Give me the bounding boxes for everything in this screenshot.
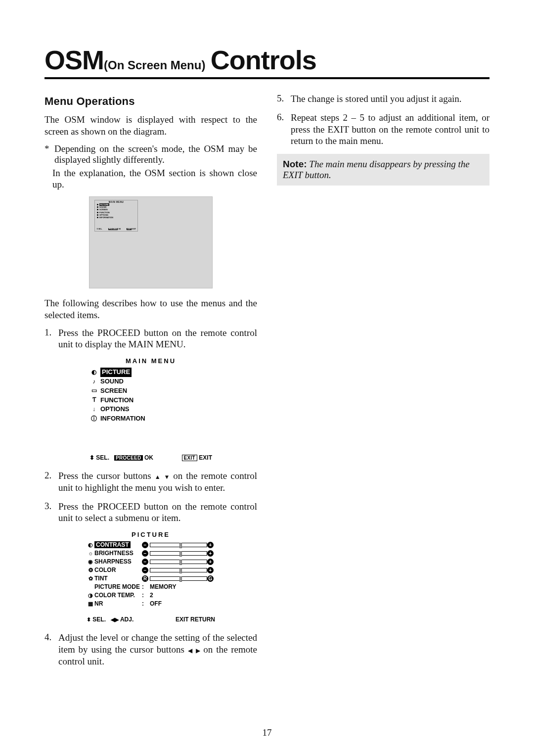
picture-row-label: TINT bbox=[94, 575, 142, 582]
picture-row-icon: ❂ bbox=[87, 567, 94, 573]
main-menu-diagram: MAIN MENU ◐PICTURE♪SOUND▭SCREENƬFUNCTION… bbox=[44, 357, 257, 461]
cap-g-icon: G bbox=[207, 575, 214, 582]
columns: Menu Operations The OSM window is displa… bbox=[44, 93, 490, 674]
picture-row-value: OFF bbox=[150, 600, 215, 607]
osm-picture-title: PICTURE bbox=[87, 531, 215, 538]
plus-icon: + bbox=[207, 542, 214, 548]
osm-mini-window: MAIN MENU PICTURESOUNDSCREENFUNCTIONOPTI… bbox=[94, 200, 138, 232]
plus-icon: + bbox=[207, 559, 214, 565]
slider-track bbox=[150, 576, 207, 581]
cap-r-icon: R bbox=[142, 575, 148, 582]
slider-thumb bbox=[179, 576, 182, 582]
step-6: 6.Repeat steps 2 – 5 to adjust an additi… bbox=[277, 112, 490, 147]
steps-list-2: 2. Press the cursor buttons ▲ ▼ on the r… bbox=[44, 470, 257, 524]
mini-item-icon bbox=[97, 214, 98, 216]
minus-icon: − bbox=[142, 559, 148, 565]
step-1: 1.Press the PROCEED button on the remote… bbox=[44, 327, 257, 351]
down-triangle-icon: ▼ bbox=[164, 474, 170, 480]
mini-proceed: PROCEED OK bbox=[108, 228, 121, 230]
page-number: 17 bbox=[0, 727, 534, 738]
steps-list: 1.Press the PROCEED button on the remote… bbox=[44, 327, 257, 351]
page: OSM(On Screen Menu) Controls Menu Operat… bbox=[0, 0, 534, 674]
left-triangle-icon: ◀ bbox=[188, 648, 192, 654]
picture-row-icon: ◑ bbox=[87, 592, 94, 599]
footnote-line: * Depending on the screen's mode, the OS… bbox=[44, 143, 257, 165]
osm-picture-menu: PICTURE ◐CONTRAST−+☼BRIGHTNESS−+◉SHARPNE… bbox=[87, 531, 215, 623]
plus-icon: + bbox=[207, 550, 214, 557]
menu-item-label: PICTURE bbox=[100, 368, 132, 377]
slider-thumb bbox=[179, 543, 182, 548]
slider-thumb bbox=[179, 568, 182, 573]
osm-main-menu: MAIN MENU ◐PICTURE♪SOUND▭SCREENƬFUNCTION… bbox=[89, 357, 212, 461]
mini-item-label: INFORMATION bbox=[99, 216, 113, 219]
slider-track bbox=[150, 568, 207, 572]
picture-row-label: SHARPNESS bbox=[94, 558, 142, 565]
picture-row-value: MEMORY bbox=[150, 583, 215, 590]
menu-item-icon: ⓘ bbox=[90, 415, 97, 423]
picture-row-icon: ✿ bbox=[87, 575, 94, 582]
footnote-followup: In the explanation, the OSM section is s… bbox=[52, 167, 257, 191]
colon: : bbox=[142, 600, 150, 607]
osm-mini-footer: ⇕ SEL. PROCEED OK EXIT EXIT bbox=[96, 228, 136, 230]
slider-track bbox=[150, 543, 207, 547]
picture-row-icon: ☼ bbox=[87, 550, 94, 556]
step-4: 4. Adjust the level or change the settin… bbox=[44, 632, 257, 667]
minus-icon: − bbox=[142, 542, 148, 548]
osm-mini-item: INFORMATION bbox=[95, 216, 137, 219]
osm-main-item: ♪SOUND bbox=[90, 377, 212, 386]
picture-row-icon: ▦ bbox=[87, 601, 94, 607]
footer-exit: EXIT EXIT bbox=[182, 454, 212, 461]
slider-track bbox=[150, 560, 207, 564]
colon: : bbox=[142, 583, 150, 590]
title-big-1: OSM bbox=[44, 45, 104, 75]
tv-screen: MAIN MENU PICTURESOUNDSCREENFUNCTIONOPTI… bbox=[89, 196, 213, 288]
footer-sel: ⬍ SEL. bbox=[89, 454, 109, 461]
osm-main-item: ƬFUNCTION bbox=[90, 396, 212, 405]
mini-item-icon bbox=[97, 212, 98, 213]
footer-adj: ◀▶ ADJ. bbox=[111, 616, 134, 623]
picture-row-label: COLOR bbox=[94, 567, 142, 573]
after-diagram: The following describes how to use the m… bbox=[44, 297, 257, 321]
footer-sel: ⬍ SEL. bbox=[87, 616, 106, 623]
slider-track bbox=[150, 551, 207, 556]
picture-menu-diagram: PICTURE ◐CONTRAST−+☼BRIGHTNESS−+◉SHARPNE… bbox=[44, 531, 257, 623]
picture-row-label: COLOR TEMP. bbox=[94, 592, 142, 599]
menu-item-label: SOUND bbox=[100, 377, 124, 386]
steps-list-3: 4. Adjust the level or change the settin… bbox=[44, 632, 257, 667]
picture-row-value: 2 bbox=[150, 592, 215, 599]
mini-sel: ⇕ SEL. bbox=[96, 228, 102, 230]
colon: : bbox=[142, 592, 150, 599]
step-2: 2. Press the cursor buttons ▲ ▼ on the r… bbox=[44, 470, 257, 494]
picture-row-label: CONTRAST bbox=[94, 541, 142, 548]
up-triangle-icon: ▲ bbox=[155, 474, 161, 480]
step-5: 5.The change is stored until you adjust … bbox=[277, 93, 490, 105]
picture-row-label: NR bbox=[94, 600, 142, 607]
title-sub: (On Screen Menu) bbox=[104, 58, 205, 72]
intro-paragraph: The OSM window is displayed with respect… bbox=[44, 114, 257, 138]
menu-item-label: INFORMATION bbox=[100, 414, 145, 424]
osm-main-item: ◐PICTURE bbox=[90, 368, 212, 377]
menu-item-label: OPTIONS bbox=[100, 405, 130, 414]
steps-list-right: 5.The change is stored until you adjust … bbox=[277, 93, 490, 147]
mini-item-icon bbox=[97, 206, 98, 208]
section-heading: Menu Operations bbox=[44, 95, 257, 108]
mini-item-icon bbox=[97, 204, 98, 205]
footer-proceed: PROCEED OK bbox=[114, 454, 153, 461]
osm-main-item: ↓OPTIONS bbox=[90, 405, 212, 414]
mini-item-icon bbox=[97, 209, 98, 210]
mini-item-icon bbox=[97, 217, 98, 218]
menu-item-icon: ♪ bbox=[90, 378, 97, 386]
menu-item-label: SCREEN bbox=[100, 386, 127, 396]
osm-main-footer: ⬍ SEL. PROCEED OK EXIT EXIT bbox=[89, 454, 212, 461]
osm-main-title: MAIN MENU bbox=[89, 357, 212, 365]
menu-item-icon: Ƭ bbox=[90, 396, 97, 404]
osm-picture-footer: ⬍ SEL. ◀▶ ADJ. EXIT RETURN bbox=[87, 616, 215, 623]
slider-thumb bbox=[179, 560, 182, 565]
picture-row-label: BRIGHTNESS bbox=[94, 550, 142, 557]
note-text: The main menu disappears by pressing the… bbox=[283, 159, 470, 180]
picture-row-label: PICTURE MODE bbox=[94, 583, 142, 590]
note-label: Note: bbox=[283, 159, 307, 169]
page-title: OSM(On Screen Menu) Controls bbox=[44, 45, 490, 79]
osm-main-item: ⓘINFORMATION bbox=[90, 414, 212, 424]
left-column: Menu Operations The OSM window is displa… bbox=[44, 93, 257, 674]
